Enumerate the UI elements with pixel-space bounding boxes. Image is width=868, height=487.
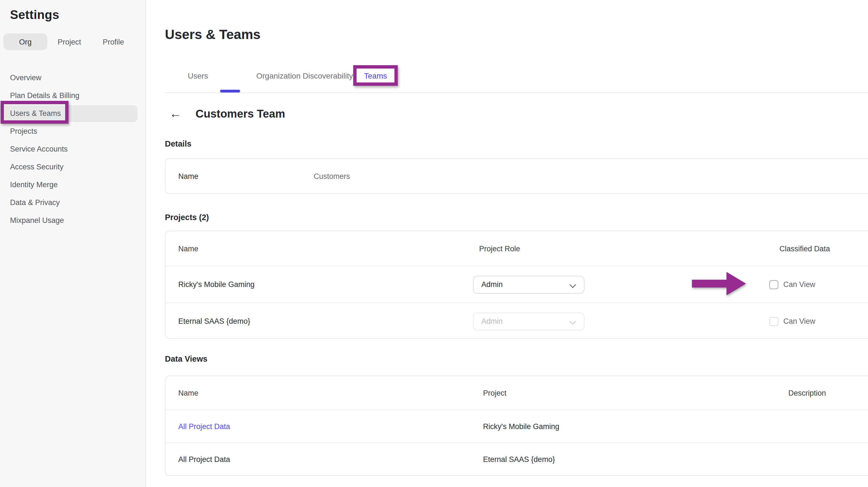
settings-sidebar: Settings Org Project Profile Overview Pl… xyxy=(0,0,146,487)
project-role-dropdown[interactable]: Admin xyxy=(473,276,584,293)
sidebar-nav: Overview Plan Details & Billing Users & … xyxy=(0,69,146,230)
classified-data-cell: Can View xyxy=(767,317,868,326)
tab-organization-discoverability[interactable]: Organization Discoverability xyxy=(256,71,353,80)
data-views-heading: Data Views xyxy=(165,355,208,363)
sidebar-item-projects[interactable]: Projects xyxy=(0,123,146,141)
chevron-down-icon xyxy=(570,281,576,288)
main-content: Users & Teams Users Teams Organization D… xyxy=(146,0,868,487)
column-header-project-role: Project Role xyxy=(473,244,767,253)
sidebar-item-service-accounts[interactable]: Service Accounts xyxy=(0,141,146,158)
chevron-down-icon xyxy=(570,318,576,325)
scope-tab-profile[interactable]: Profile xyxy=(91,33,135,50)
column-header-name: Name xyxy=(165,244,473,253)
annotation-box-teams: Teams xyxy=(353,65,398,86)
data-view-name: All Project Data xyxy=(165,455,473,463)
sidebar-item-overview[interactable]: Overview xyxy=(0,69,146,87)
sidebar-item-identity-merge[interactable]: Identity Merge xyxy=(0,176,146,194)
page-title: Users & Teams xyxy=(165,27,260,42)
scope-tab-project[interactable]: Project xyxy=(48,33,91,50)
tab-teams[interactable]: Teams xyxy=(364,71,387,80)
tabs-divider xyxy=(165,92,868,93)
details-heading: Details xyxy=(165,139,191,148)
team-title: Customers Team xyxy=(195,107,285,120)
data-views-table-header: Name Project Description xyxy=(165,376,868,409)
back-arrow-icon[interactable]: ← xyxy=(169,106,182,121)
sidebar-title: Settings xyxy=(10,8,59,22)
sidebar-item-access-security[interactable]: Access Security xyxy=(0,158,146,176)
settings-scope-tabs: Org Project Profile xyxy=(3,33,135,50)
project-role-value: Admin xyxy=(482,317,503,326)
project-name: Eternal SAAS {demo} xyxy=(165,317,473,326)
details-card: Name Customers xyxy=(165,158,868,194)
projects-table-header: Name Project Role Classified Data xyxy=(165,231,868,266)
scope-tab-org[interactable]: Org xyxy=(3,33,48,50)
settings-page: Settings Org Project Profile Overview Pl… xyxy=(0,0,868,487)
table-row-data-view-ricky: All Project Data Ricky's Mobile Gaming xyxy=(165,409,868,443)
tab-users[interactable]: Users xyxy=(188,71,208,80)
details-name-label: Name xyxy=(165,172,314,180)
team-header: ← Customers Team xyxy=(169,106,285,121)
column-header-name: Name xyxy=(165,389,473,397)
table-row-project-eternal: Eternal SAAS {demo} Admin Can View xyxy=(165,303,868,339)
project-role-dropdown-disabled: Admin xyxy=(473,312,584,330)
column-header-project: Project xyxy=(473,389,778,397)
data-view-project: Ricky's Mobile Gaming xyxy=(473,422,778,430)
sidebar-item-data-privacy[interactable]: Data & Privacy xyxy=(0,194,146,212)
projects-table: Name Project Role Classified Data Ricky'… xyxy=(165,231,868,339)
can-view-label: Can View xyxy=(783,280,815,288)
table-row-data-view-eternal: All Project Data Eternal SAAS {demo} xyxy=(165,443,868,475)
annotation-arrow-icon xyxy=(692,271,747,296)
project-role-value: Admin xyxy=(482,280,503,288)
column-header-description: Description xyxy=(778,389,868,397)
project-name: Ricky's Mobile Gaming xyxy=(165,280,473,288)
details-name-value: Customers xyxy=(314,172,350,180)
sidebar-item-mixpanel-usage[interactable]: Mixpanel Usage xyxy=(0,212,146,230)
can-view-checkbox[interactable] xyxy=(769,317,778,326)
sidebar-item-users-teams[interactable]: Users & Teams xyxy=(0,105,146,123)
can-view-checkbox[interactable] xyxy=(769,280,778,289)
data-views-table: Name Project Description All Project Dat… xyxy=(165,375,868,476)
data-view-name-link[interactable]: All Project Data xyxy=(165,422,473,430)
projects-heading: Projects (2) xyxy=(165,213,209,222)
classified-data-cell: Can View xyxy=(767,280,868,289)
column-header-classified-data: Classified Data xyxy=(767,244,868,253)
data-view-project: Eternal SAAS {demo} xyxy=(473,455,778,463)
table-row-project-ricky: Ricky's Mobile Gaming Admin Can View xyxy=(165,266,868,303)
active-tab-indicator xyxy=(220,90,240,92)
can-view-label: Can View xyxy=(783,317,815,326)
sidebar-item-plan-details-billing[interactable]: Plan Details & Billing xyxy=(0,87,146,105)
